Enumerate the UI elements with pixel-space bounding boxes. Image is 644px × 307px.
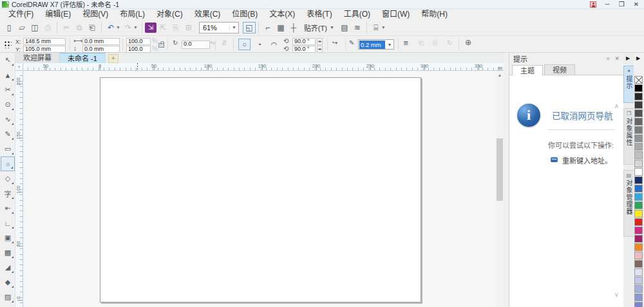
- color-swatch[interactable]: [634, 193, 643, 201]
- new-tab-button[interactable]: +: [108, 54, 118, 63]
- pick-tool[interactable]: ↖: [1, 53, 15, 68]
- menu-item-c[interactable]: 对象(C): [151, 9, 189, 19]
- color-swatch[interactable]: [634, 101, 643, 109]
- docker-float-icon[interactable]: »: [606, 55, 609, 62]
- rotation-angle-field[interactable]: 0.0: [182, 41, 210, 49]
- menu-item-x[interactable]: 文本(X): [263, 9, 301, 19]
- document-page[interactable]: [100, 77, 421, 302]
- zoom-tool[interactable]: ⊙: [1, 97, 15, 112]
- new-document-icon[interactable]: ▯: [3, 22, 15, 33]
- cut-icon[interactable]: ✂: [60, 22, 73, 33]
- color-swatch[interactable]: [634, 243, 643, 251]
- hints-tab-视频[interactable]: 视频: [544, 64, 575, 75]
- docker-flyout-icon[interactable]: ▶: [626, 55, 630, 61]
- chevron-down-icon[interactable]: ▼: [381, 25, 386, 30]
- menu-item-o[interactable]: 工具(O): [338, 9, 376, 19]
- color-swatch[interactable]: [634, 227, 643, 234]
- lock-ratio-icon[interactable]: [158, 43, 164, 48]
- color-swatch[interactable]: [634, 160, 643, 167]
- color-swatch[interactable]: [634, 302, 643, 307]
- sidetab-object-manager[interactable]: ▤对象管理器: [623, 170, 634, 237]
- color-swatch[interactable]: [634, 151, 643, 159]
- publish-pdf-icon[interactable]: ⎘: [169, 22, 182, 33]
- polygon-tool[interactable]: ◇: [1, 171, 15, 186]
- color-swatch[interactable]: [634, 84, 643, 92]
- color-swatch[interactable]: [634, 93, 643, 100]
- ellipse-button[interactable]: ○: [238, 39, 251, 50]
- tab-untitled-document[interactable]: 未命名 -1: [60, 53, 106, 63]
- save-icon[interactable]: ◫: [28, 22, 41, 33]
- fullscreen-preview-icon[interactable]: ◱: [243, 22, 256, 33]
- ruler-origin-corner[interactable]: ⌖: [15, 63, 23, 71]
- menu-item-h[interactable]: 帮助(H): [415, 9, 453, 19]
- dimension-tool[interactable]: ⇤: [1, 201, 15, 216]
- crop-tool[interactable]: ✂: [1, 82, 15, 97]
- menu-item-b[interactable]: 位图(B): [226, 9, 263, 19]
- color-swatch[interactable]: [634, 168, 643, 176]
- object-width-field[interactable]: 0.0 mm: [82, 38, 120, 45]
- color-swatch[interactable]: [634, 268, 643, 276]
- hint-action-link[interactable]: 重新键入地址。: [562, 155, 612, 165]
- menu-item-w[interactable]: 窗口(W): [376, 9, 415, 19]
- color-swatch[interactable]: [634, 277, 643, 284]
- minimize-button[interactable]: ─: [605, 1, 610, 8]
- vertical-scrollbar[interactable]: ▲: [496, 71, 504, 307]
- menu-item-e[interactable]: 编辑(E): [39, 9, 77, 19]
- scroll-down-chevron-icon[interactable]: ∨: [614, 291, 619, 298]
- chevron-down-icon[interactable]: ▼: [116, 25, 120, 30]
- color-swatch[interactable]: [634, 210, 643, 218]
- color-swatch[interactable]: [634, 235, 643, 243]
- collapse-chevron-icon[interactable]: ∧: [614, 102, 619, 109]
- docker-close-icon[interactable]: ✕: [614, 55, 620, 62]
- color-swatch[interactable]: [634, 293, 643, 301]
- no-color-swatch[interactable]: [634, 76, 643, 84]
- sidetab-object-properties[interactable]: ❐对象属性: [623, 108, 634, 165]
- y-position-field[interactable]: 105.0 mm: [23, 46, 66, 53]
- wrap-text-icon[interactable]: ≣: [403, 39, 408, 47]
- angle-spinner[interactable]: ◂▸: [317, 38, 323, 45]
- drawing-canvas[interactable]: [23, 71, 496, 307]
- pie-button[interactable]: ◔: [253, 39, 265, 50]
- scrollbar-thumb[interactable]: [497, 138, 503, 201]
- undo-icon[interactable]: ↶: [104, 22, 117, 33]
- show-rulers-icon[interactable]: ⌐: [261, 22, 274, 33]
- color-swatch[interactable]: [634, 135, 643, 142]
- scale-x-field[interactable]: 100.0: [126, 38, 151, 45]
- vertical-ruler[interactable]: 200150100500: [15, 71, 23, 307]
- text-tool[interactable]: 字: [1, 186, 15, 201]
- smart-fill-tool[interactable]: ▨: [1, 290, 15, 304]
- chevron-down-icon[interactable]: ▼: [133, 25, 138, 30]
- menu-item-c[interactable]: 效果(C): [189, 9, 227, 19]
- chevron-down-icon[interactable]: ▼: [229, 25, 238, 30]
- x-position-field[interactable]: 148.5 mm: [23, 38, 66, 45]
- drop-shadow-tool[interactable]: ▣: [1, 230, 15, 245]
- palette-flyout-icon[interactable]: ▶: [636, 55, 640, 61]
- import-icon[interactable]: ⇲: [145, 23, 156, 33]
- tab-welcome-screen[interactable]: 欢迎屏幕: [15, 53, 60, 63]
- show-guidelines-icon[interactable]: ┼: [287, 22, 300, 33]
- connector-tool[interactable]: ∟: [1, 216, 15, 230]
- outline-width-select[interactable]: 0.2 mm ▼: [358, 39, 394, 50]
- color-swatch[interactable]: [634, 252, 643, 259]
- object-height-field[interactable]: 0.0 mm: [82, 46, 120, 53]
- app-launcher-icon[interactable]: ⊞: [182, 22, 195, 33]
- show-grid-icon[interactable]: ▦: [274, 22, 287, 33]
- color-swatch[interactable]: [634, 109, 643, 117]
- freehand-tool[interactable]: ∿: [1, 112, 15, 127]
- options-icon[interactable]: ▤: [338, 22, 351, 33]
- hints-tab-主题[interactable]: 主题: [512, 65, 543, 75]
- scroll-up-arrow[interactable]: ▲: [496, 71, 504, 79]
- rectangle-tool[interactable]: ▭: [1, 142, 15, 156]
- color-swatch[interactable]: [634, 126, 643, 134]
- paste-icon[interactable]: ⎗: [86, 22, 99, 33]
- zoom-level-select[interactable]: 61% ▼: [199, 22, 239, 33]
- plus-circle-icon[interactable]: ⊕: [465, 39, 471, 46]
- export-icon[interactable]: ⇱: [156, 22, 169, 33]
- color-swatch[interactable]: [634, 260, 643, 268]
- artistic-media-tool[interactable]: ✎: [1, 127, 15, 142]
- account-icon[interactable]: [590, 1, 596, 8]
- arc-button[interactable]: ◠: [268, 39, 280, 50]
- color-swatch[interactable]: [634, 118, 643, 126]
- color-swatch[interactable]: [634, 176, 643, 184]
- horizontal-ruler[interactable]: ㎜ 50050100150200250300350: [23, 63, 504, 71]
